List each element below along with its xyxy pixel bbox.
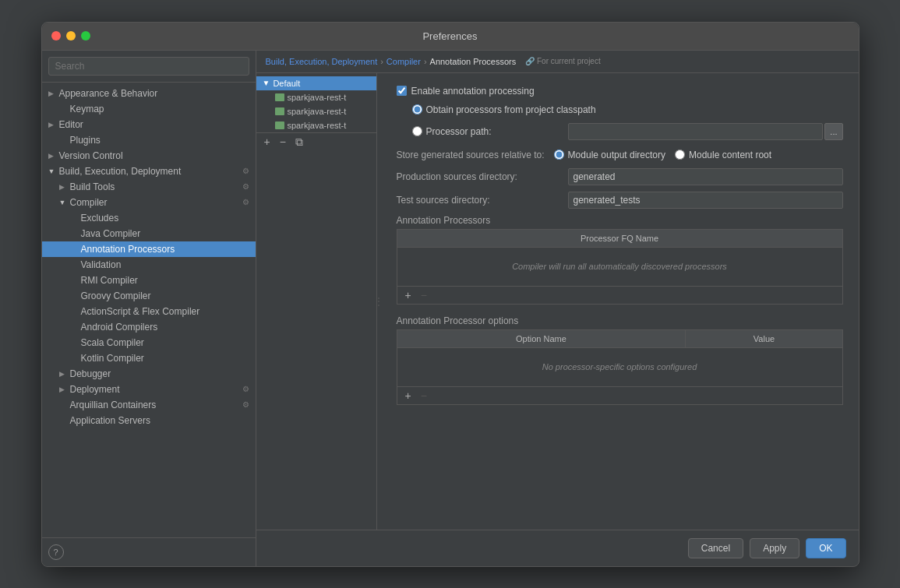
module-output-radio[interactable] <box>554 150 564 160</box>
sidebar-item-build-tools[interactable]: ▶ Build Tools ⚙ <box>42 179 256 195</box>
copy-profile-button[interactable]: ⧉ <box>292 136 306 147</box>
sidebar-item-java-compiler[interactable]: Java Compiler <box>42 226 256 241</box>
processor-fq-name-header: Processor FQ Name <box>397 229 842 247</box>
enable-processing-label[interactable]: Enable annotation processing <box>397 86 535 97</box>
arrow-icon: ▶ <box>59 386 70 393</box>
sidebar-item-android-compilers[interactable]: Android Compilers <box>42 319 256 335</box>
sidebar-item-label: Build, Execution, Deployment <box>59 166 239 177</box>
sidebar-item-label: Plugins <box>70 135 249 146</box>
sidebar-item-keymap[interactable]: Keymap <box>42 101 256 117</box>
sidebar-item-debugger[interactable]: ▶ Debugger <box>42 366 256 382</box>
production-sources-row: Production sources directory: <box>397 168 843 185</box>
minimize-button[interactable] <box>66 31 76 40</box>
add-processor-button[interactable]: + <box>402 290 415 301</box>
sidebar-item-plugins[interactable]: Plugins <box>42 132 256 148</box>
project-default-item[interactable]: ▼ Default <box>256 76 376 90</box>
processor-path-text: Processor path: <box>426 126 492 137</box>
sidebar-item-kotlin-compiler[interactable]: Kotlin Compiler <box>42 350 256 366</box>
ok-button[interactable]: OK <box>806 538 845 558</box>
sidebar-item-build-exec-deploy[interactable]: ▼ Build, Execution, Deployment ⚙ <box>42 164 256 179</box>
processor-options-label: Annotation Processor options <box>397 315 843 326</box>
breadcrumb-compiler[interactable]: Compiler <box>386 57 421 66</box>
breadcrumb: Build, Execution, Deployment › Compiler … <box>256 51 859 73</box>
add-option-button[interactable]: + <box>402 390 415 401</box>
test-sources-label: Test sources directory: <box>397 195 568 206</box>
sidebar-item-groovy-compiler[interactable]: Groovy Compiler <box>42 288 256 304</box>
sidebar-item-label: Groovy Compiler <box>81 290 249 301</box>
processors-empty-row: Compiler will run all automatically disc… <box>397 247 842 286</box>
sidebar-tree: ▶ Appearance & Behavior Keymap ▶ Editor … <box>42 83 256 537</box>
annotation-processors-table: Processor FQ Name Compiler will run all … <box>397 229 843 287</box>
arrow-icon: ▼ <box>59 199 70 206</box>
breadcrumb-build-exec[interactable]: Build, Execution, Deployment <box>266 57 378 66</box>
project-spark-item-1[interactable]: sparkjava-rest-t <box>256 90 376 104</box>
apply-button[interactable]: Apply <box>750 538 799 558</box>
obtain-classpath-label[interactable]: Obtain processors from project classpath <box>412 104 596 115</box>
sidebar: ▶ Appearance & Behavior Keymap ▶ Editor … <box>42 51 256 566</box>
options-empty-message: No processor-specific options configured <box>397 347 842 386</box>
project-item-label: sparkjava-rest-t <box>288 121 347 130</box>
sidebar-item-label: Keymap <box>70 104 249 114</box>
obtain-classpath-radio[interactable] <box>412 104 422 114</box>
expand-arrow: ▼ <box>263 79 270 87</box>
maximize-button[interactable] <box>81 31 90 40</box>
remove-option-button[interactable]: − <box>418 390 430 401</box>
option-name-header: Option Name <box>397 329 686 347</box>
project-spark-item-3[interactable]: sparkjava-rest-t <box>256 118 376 132</box>
sidebar-item-appearance-behavior[interactable]: ▶ Appearance & Behavior <box>42 86 256 101</box>
processor-path-label[interactable]: Processor path: <box>412 126 568 137</box>
arrow-icon: ▶ <box>48 152 59 160</box>
sidebar-item-excludes[interactable]: Excludes <box>42 210 256 226</box>
processor-path-field-container: ... <box>568 123 843 140</box>
sidebar-item-deployment[interactable]: ▶ Deployment ⚙ <box>42 382 256 397</box>
cancel-button[interactable]: Cancel <box>688 538 743 558</box>
sidebar-item-version-control[interactable]: ▶ Version Control <box>42 148 256 164</box>
processor-path-browse-button[interactable]: ... <box>824 123 842 140</box>
store-generated-row: Store generated sources relative to: Mod… <box>397 150 843 160</box>
project-spark-item-2[interactable]: sparkjava-rest-t <box>256 104 376 118</box>
options-empty-row: No processor-specific options configured <box>397 347 842 386</box>
options-toolbar: + − <box>397 387 843 405</box>
sidebar-item-actionscript[interactable]: ActionScript & Flex Compiler <box>42 304 256 319</box>
sidebar-item-label: Editor <box>59 119 249 130</box>
sidebar-item-editor[interactable]: ▶ Editor <box>42 117 256 132</box>
folder-icon <box>275 121 284 129</box>
sidebar-item-label: Debugger <box>70 368 249 379</box>
remove-profile-button[interactable]: − <box>277 136 289 147</box>
enable-processing-row: Enable annotation processing <box>397 86 843 97</box>
project-item-label: sparkjava-rest-t <box>288 93 347 102</box>
sidebar-item-compiler[interactable]: ▼ Compiler ⚙ <box>42 195 256 210</box>
module-content-root-radio[interactable] <box>675 150 685 160</box>
sidebar-item-label: Annotation Processors <box>81 244 249 255</box>
enable-processing-checkbox[interactable] <box>397 86 407 96</box>
window-controls <box>51 31 90 40</box>
production-sources-input[interactable] <box>568 168 843 185</box>
close-button[interactable] <box>51 31 61 40</box>
project-tree-toolbar: + − ⧉ <box>256 132 376 150</box>
sidebar-item-scala-compiler[interactable]: Scala Compiler <box>42 335 256 350</box>
sidebar-item-rmi-compiler[interactable]: RMI Compiler <box>42 273 256 288</box>
module-output-text: Module output directory <box>568 150 665 160</box>
processor-path-radio[interactable] <box>412 126 422 136</box>
sidebar-item-application-servers[interactable]: Application Servers <box>42 413 256 428</box>
content-area: ▶ Appearance & Behavior Keymap ▶ Editor … <box>42 51 859 566</box>
remove-processor-button[interactable]: − <box>418 290 430 301</box>
project-tree-panel: ▼ Default sparkjava-rest-t sparkjava-res… <box>256 73 377 530</box>
test-sources-input[interactable] <box>568 192 843 209</box>
processors-toolbar: + − <box>397 287 843 305</box>
module-output-label[interactable]: Module output directory <box>554 150 665 160</box>
sidebar-item-annotation-processors[interactable]: Annotation Processors <box>42 241 256 257</box>
help-button[interactable]: ? <box>48 544 64 560</box>
search-input[interactable] <box>48 57 249 76</box>
sidebar-item-label: Version Control <box>59 150 249 161</box>
folder-icon <box>275 93 284 101</box>
sidebar-item-validation[interactable]: Validation <box>42 257 256 273</box>
module-content-root-label[interactable]: Module content root <box>675 150 771 160</box>
search-box <box>42 51 256 83</box>
breadcrumb-arrow: › <box>380 57 383 66</box>
processor-path-input[interactable] <box>568 123 824 140</box>
add-profile-button[interactable]: + <box>261 136 274 147</box>
bottom-bar: Cancel Apply OK <box>256 530 859 566</box>
breadcrumb-arrow: › <box>424 57 427 66</box>
sidebar-item-arquillian[interactable]: Arquillian Containers ⚙ <box>42 397 256 413</box>
